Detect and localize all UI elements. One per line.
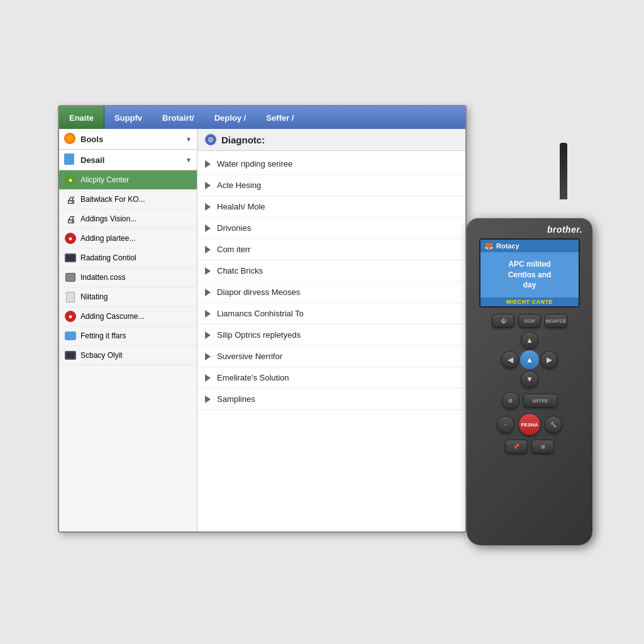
addings-vision-icon: 🖨 [64, 213, 77, 225]
adding-plartee-label: Adding plartee... [80, 234, 135, 243]
func2-button[interactable]: 🔧 [545, 416, 562, 433]
panel-item-healah[interactable]: Healah/ Mole [197, 196, 465, 218]
radating-label: Radating Contiol [80, 253, 136, 262]
addings-vision-label: Addings Vision... [80, 214, 136, 223]
screen-body-text: APC milited Centlos and day [508, 259, 552, 291]
nav-cluster: ▲ ◀ ▲ ▶ ▼ [501, 331, 558, 388]
last-btn-row: 📌 ⊞ [479, 440, 580, 453]
device-brand-label: brother. [547, 225, 582, 235]
panel-item-text-silip: Silip Optrics repletyeds [217, 330, 301, 340]
panel-item-chatc[interactable]: Chatc Bricks [197, 260, 465, 282]
sidebar-item-fetting[interactable]: Fetting it ffars [59, 326, 197, 346]
brother-device: brother. 🦊 Rotacy APC milited Centlos an… [454, 193, 605, 545]
panel-item-text-diapor: Diapor dirvess Meoses [217, 287, 300, 297]
fetting-icon [64, 330, 77, 342]
nav-down-button[interactable]: ▼ [521, 370, 538, 388]
baitwlack-icon: 🖨 [64, 193, 77, 206]
desail-label: Desail [80, 155, 186, 165]
menu-item-deploy[interactable]: Deploy / [204, 106, 257, 129]
panel-item-arrow-liamancs [205, 310, 211, 318]
panel-item-drivonies[interactable]: Drivonies [197, 218, 465, 239]
panel-list: Water ripding seriree Acte Hesing Healah… [197, 151, 465, 531]
nav-center-button[interactable]: ▲ [520, 350, 539, 369]
desail-arrow-icon: ▼ [186, 157, 192, 164]
screen-line2: Centlos and [508, 270, 552, 279]
panel-item-text-samplines: Samplines [217, 394, 255, 404]
device-screen: 🦊 Rotacy APC milited Centlos and day MIE… [479, 238, 580, 308]
panel-item-liamancs[interactable]: Liamancs Conhistrial To [197, 303, 465, 325]
bookmark-button[interactable]: 📌 [505, 440, 528, 453]
alicpity-label: Alicpity Center [80, 175, 129, 184]
sidebar-dropdown-bools[interactable]: Bools ▼ [59, 129, 197, 150]
menubar: Enaite Suppfv Brotairt/ Deploy / Seffer … [59, 106, 465, 129]
screen-footer: MIECHT CANTE [480, 297, 579, 306]
menu-item-enaite[interactable]: Enaite [59, 106, 104, 129]
panel-item-emelirate[interactable]: Emelirate's Solution [197, 367, 465, 389]
sidebar-item-addings-vision[interactable]: 🖨 Addings Vision... [59, 209, 197, 229]
witfe-button[interactable]: WITFE [523, 394, 558, 408]
nav-right-button[interactable]: ▶ [540, 351, 558, 369]
panel-item-com[interactable]: Com iterr [197, 239, 465, 260]
nav-up-button[interactable]: ▲ [521, 331, 538, 349]
bot-btn-row: ← FESNA 🔧 [479, 413, 580, 436]
sidebar-list: ● Alicpity Center 🖨 Baitwlack For KO... … [59, 170, 197, 531]
radating-icon [64, 252, 77, 264]
bools-label: Bools [80, 135, 186, 144]
device-antenna [560, 143, 567, 199]
desail-icon [64, 153, 77, 166]
niitating-icon [64, 291, 77, 303]
sidebar-item-radating[interactable]: Radating Contiol [59, 248, 197, 268]
panel-item-text-com: Com iterr [217, 245, 250, 254]
panel-item-text-acte: Acte Hesing [217, 180, 261, 190]
back-button[interactable]: ← [497, 416, 514, 433]
power-button[interactable]: ⏻ [492, 314, 514, 328]
panel-item-text-liamancs: Liamancs Conhistrial To [217, 309, 304, 318]
sgr-button[interactable]: SGR [518, 314, 541, 328]
panel-header-title: Diagnotc: [221, 135, 265, 145]
panel-item-text-drivonies: Drivonies [217, 223, 251, 233]
device-body: brother. 🦊 Rotacy APC milited Centlos an… [467, 218, 592, 545]
panel-item-silip[interactable]: Silip Optrics repletyeds [197, 325, 465, 346]
grid-button[interactable]: ⊞ [531, 440, 554, 453]
nav-left-button[interactable]: ◀ [501, 351, 519, 369]
sidebar-item-scbacy[interactable]: Scbacy Olyit [59, 346, 197, 365]
menu-item-brotairt[interactable]: Brotairt/ [152, 106, 204, 129]
panel-item-text-suversive: Suversive Nerrifor [217, 352, 282, 361]
sidebar-item-niitating[interactable]: Niitating [59, 287, 197, 307]
panel-item-text-chatc: Chatc Bricks [217, 266, 263, 275]
panel-item-acte[interactable]: Acte Hesing [197, 175, 465, 196]
fesna-button[interactable]: FESNA [518, 413, 541, 436]
device-buttons: ⏻ SGR MGATCE ▲ ◀ ▲ ▶ ▼ ⚙ WITFE [473, 314, 586, 453]
sidebar-item-indatten[interactable]: Indatten.coss [59, 268, 197, 287]
screen-body: APC milited Centlos and day [480, 252, 579, 297]
menu-item-suppfv[interactable]: Suppfv [104, 106, 152, 129]
panel-item-samplines[interactable]: Samplines [197, 389, 465, 410]
panel-header: ⚙ Diagnotc: [197, 129, 465, 151]
panel-item-arrow-com [205, 246, 211, 253]
panel-item-diapor[interactable]: Diapor dirvess Meoses [197, 282, 465, 303]
panel-item-arrow-diapor [205, 289, 211, 296]
sidebar-item-baitwlack[interactable]: 🖨 Baitwlack For KO... [59, 190, 197, 209]
func1-button[interactable]: ⚙ [502, 392, 519, 409]
panel-item-water[interactable]: Water ripding seriree [197, 153, 465, 175]
panel-item-arrow-acte [205, 182, 211, 189]
panel-item-suversive[interactable]: Suversive Nerrifor [197, 346, 465, 367]
baitwlack-label: Baitwlack For KO... [80, 195, 145, 204]
panel-item-arrow-suversive [205, 353, 211, 360]
software-window: Enaite Suppfv Brotairt/ Deploy / Seffer … [58, 105, 467, 533]
sidebar-item-adding-plartee[interactable]: ● Adding plartee... [59, 229, 197, 248]
sidebar-dropdown-desail[interactable]: Desail ▼ [59, 150, 197, 170]
bools-icon [64, 133, 77, 145]
sidebar-item-adding-cascume[interactable]: ● Adding Cascume... [59, 307, 197, 326]
menu-item-seffer[interactable]: Seffer / [256, 106, 304, 129]
screen-line1: APC milited [508, 260, 550, 269]
alicpity-icon: ● [64, 174, 77, 186]
screen-header-label: Rotacy [496, 242, 519, 250]
panel-item-arrow-healah [205, 203, 211, 211]
mgatce-button[interactable]: MGATCE [545, 314, 567, 328]
panel-item-text-water: Water ripding seriree [217, 159, 292, 169]
sidebar: Bools ▼ Desail ▼ ● [59, 129, 197, 531]
scbacy-label: Scbacy Olyit [80, 351, 123, 360]
panel-item-arrow-silip [205, 331, 211, 339]
sidebar-item-alicpity[interactable]: ● Alicpity Center [59, 170, 197, 190]
